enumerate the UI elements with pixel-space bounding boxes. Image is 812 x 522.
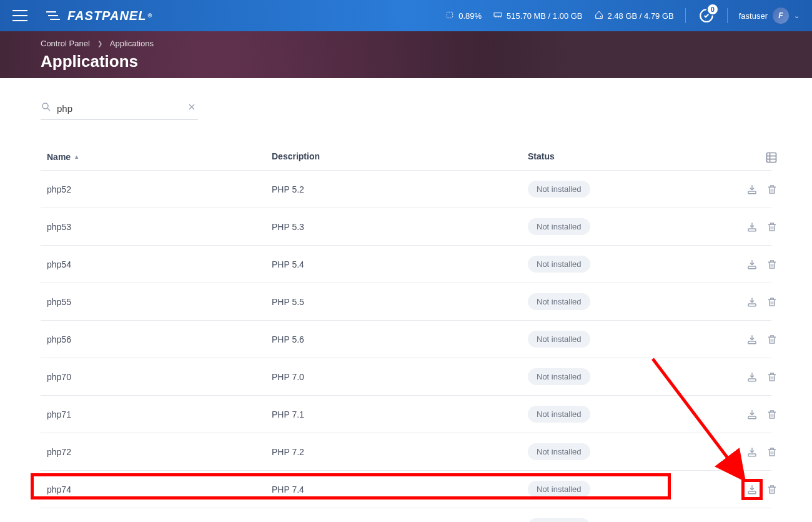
install-button[interactable] [746, 184, 758, 195]
svg-point-9 [600, 16, 601, 17]
stat-cpu[interactable]: 0.89% [445, 10, 482, 22]
delete-button[interactable] [766, 446, 778, 458]
search-icon [41, 101, 52, 115]
cell-status: Not installed [528, 518, 734, 522]
cell-name: php70 [47, 372, 272, 382]
username: fastuser [739, 11, 768, 21]
svg-rect-31 [748, 341, 756, 344]
sort-asc-icon: ▲ [74, 154, 79, 160]
cell-description: PHP 7.2 [272, 447, 528, 457]
install-button[interactable] [746, 371, 758, 383]
cell-description: PHP 5.2 [272, 184, 528, 194]
stat-disk-value: 2.48 GB / 4.79 GB [608, 11, 674, 21]
install-button[interactable] [746, 334, 758, 345]
column-name[interactable]: Name ▲ [47, 151, 272, 163]
cell-description: PHP 7.0 [272, 372, 528, 382]
install-button[interactable] [746, 484, 758, 495]
cell-status: Not installed [528, 368, 734, 385]
cell-name: php72 [47, 447, 272, 457]
stat-ram-value: 515.70 MB / 1.00 GB [507, 11, 582, 21]
topbar: FASTPANEL® 0.89% 515.70 MB / 1.00 GB 2.4… [0, 0, 812, 31]
stat-ram[interactable]: 515.70 MB / 1.00 GB [493, 10, 582, 22]
column-status[interactable]: Status [528, 151, 734, 163]
table-row: php74PHP 7.4Not installed [41, 471, 771, 508]
table-row: php80PHP 8.0Not installed [41, 508, 771, 522]
status-badge: Not installed [528, 181, 590, 198]
search-input[interactable] [52, 103, 186, 114]
svg-rect-4 [494, 13, 502, 16]
breadcrumb-root[interactable]: Control Panel [41, 39, 90, 48]
delete-button[interactable] [766, 371, 778, 383]
table-row: php56PHP 5.6Not installed [41, 321, 771, 358]
svg-rect-3 [447, 12, 453, 18]
tasks-button[interactable]: 0 [697, 6, 716, 25]
cell-name: php52 [47, 184, 272, 194]
cell-name: php53 [47, 222, 272, 232]
logo[interactable]: FASTPANEL® [45, 9, 152, 23]
table-row: php72PHP 7.2Not installed [41, 433, 771, 471]
cell-name: php74 [47, 484, 272, 494]
logo-reg: ® [147, 13, 152, 19]
view-toggle-button[interactable] [765, 151, 778, 163]
status-badge: Not installed [528, 481, 590, 498]
svg-point-11 [42, 103, 48, 109]
delete-button[interactable] [766, 259, 778, 270]
cell-name: php71 [47, 409, 272, 419]
cell-description: PHP 5.3 [272, 222, 528, 232]
install-button[interactable] [746, 259, 758, 270]
delete-button[interactable] [766, 296, 778, 308]
table-header: Name ▲ Description Status [41, 144, 771, 171]
applications-table: Name ▲ Description Status php52PHP 5.2No… [41, 144, 771, 522]
search-field[interactable] [41, 97, 198, 120]
install-button[interactable] [746, 409, 758, 420]
menu-button[interactable] [12, 10, 27, 21]
table-row: php53PHP 5.3Not installed [41, 208, 771, 246]
content: Name ▲ Description Status php52PHP 5.2No… [0, 78, 812, 522]
delete-button[interactable] [766, 221, 778, 233]
table-row: php54PHP 5.4Not installed [41, 246, 771, 283]
cell-name: php56 [47, 334, 272, 344]
cell-description: PHP 5.6 [272, 334, 528, 344]
cell-description: PHP 7.4 [272, 484, 528, 494]
cpu-icon [445, 10, 455, 22]
install-button[interactable] [746, 446, 758, 458]
svg-rect-40 [748, 454, 756, 456]
avatar: F [773, 8, 789, 24]
user-menu[interactable]: fastuser F ⌄ [739, 8, 800, 24]
logo-text: FASTPANEL [67, 9, 146, 23]
chevron-right-icon: ❯ [97, 40, 102, 47]
status-badge: Not installed [528, 518, 590, 522]
table-row: php52PHP 5.2Not installed [41, 171, 771, 208]
column-description[interactable]: Description [272, 151, 528, 163]
cell-status: Not installed [528, 406, 734, 423]
status-badge: Not installed [528, 443, 590, 460]
page-header: Control Panel ❯ Applications Application… [0, 31, 812, 78]
breadcrumb-current[interactable]: Applications [110, 39, 154, 48]
svg-line-12 [47, 108, 50, 111]
topbar-divider-2 [727, 8, 728, 23]
cell-status: Not installed [528, 331, 734, 348]
delete-button[interactable] [766, 409, 778, 420]
table-row: php70PHP 7.0Not installed [41, 358, 771, 396]
svg-rect-19 [748, 191, 756, 194]
cell-status: Not installed [528, 293, 734, 310]
svg-rect-28 [748, 304, 756, 306]
status-badge: Not installed [528, 293, 590, 310]
svg-rect-37 [748, 416, 756, 419]
cell-status: Not installed [528, 256, 734, 273]
topbar-divider [685, 8, 686, 23]
install-button[interactable] [746, 221, 758, 233]
status-badge: Not installed [528, 331, 590, 348]
tasks-count: 0 [708, 4, 718, 14]
clear-search-button[interactable] [186, 101, 198, 116]
delete-button[interactable] [766, 184, 778, 195]
install-button[interactable] [746, 296, 758, 308]
status-badge: Not installed [528, 218, 590, 235]
cell-status: Not installed [528, 181, 734, 198]
svg-rect-22 [748, 229, 756, 231]
cell-description: PHP 7.1 [272, 409, 528, 419]
delete-button[interactable] [766, 334, 778, 345]
stat-disk[interactable]: 2.48 GB / 4.79 GB [594, 10, 674, 22]
delete-button[interactable] [766, 484, 778, 495]
table-row: php71PHP 7.1Not installed [41, 396, 771, 433]
